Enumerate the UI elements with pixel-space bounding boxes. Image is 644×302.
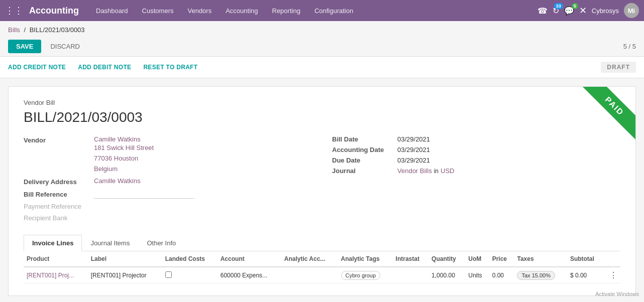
app-brand: Accounting (29, 6, 79, 16)
page-navigation: 5 / 5 (623, 43, 636, 50)
vendor-bill-document: PAID Vendor Bill BILL/2021/03/0003 Vendo… (8, 86, 636, 296)
menu-accounting[interactable]: Accounting (219, 0, 265, 21)
cell-price: 0.00 (489, 267, 514, 283)
paid-stamp-text: PAID (580, 87, 635, 141)
cell-uom: Units (465, 267, 489, 283)
breadcrumb-current: BILL/2021/03/0003 (30, 26, 85, 34)
username[interactable]: Cybrosys (592, 7, 619, 15)
col-taxes: Taxes (514, 251, 567, 267)
tab-journal-items[interactable]: Journal Items (82, 235, 138, 251)
top-navigation: ⋮⋮ Accounting Dashboard Customers Vendor… (0, 0, 644, 21)
tab-invoice-lines[interactable]: Invoice Lines (24, 235, 82, 251)
breadcrumb-parent[interactable]: Bills (8, 26, 20, 34)
recipient-bank-label: Recipient Bank (24, 213, 94, 222)
bill-date-value[interactable]: 03/29/2021 (397, 135, 430, 143)
accounting-date-value[interactable]: 03/29/2021 (397, 146, 430, 154)
document-type-label: Vendor Bill (24, 99, 620, 106)
cell-quantity: 1,000.00 (428, 267, 465, 283)
vendor-addr-2: 77036 Houston (94, 154, 154, 164)
payment-ref-row: Payment Reference (24, 202, 312, 210)
cell-subtotal: $ 0.00 (567, 267, 603, 283)
recipient-bank-row: Recipient Bank (24, 213, 312, 222)
add-debit-note-button[interactable]: ADD DEBIT NOTE (72, 61, 137, 74)
cell-intrastat (393, 267, 429, 283)
table-body: [RENT001] Proj... [RENT001] Projector 60… (24, 267, 620, 283)
grid-menu-icon[interactable]: ⋮⋮ (5, 5, 23, 16)
table-row: [RENT001] Proj... [RENT001] Projector 60… (24, 267, 620, 283)
bill-ref-row: Bill Reference (24, 190, 312, 199)
due-date-row: Due Date 03/29/2021 (332, 157, 620, 164)
draft-status-badge: DRAFT (601, 62, 636, 73)
delivery-label: Delivery Address (24, 177, 94, 186)
invoice-lines-table: Product Label Landed Costs Account Analy… (24, 251, 620, 283)
phone-icon[interactable]: ☎ (538, 6, 548, 16)
document-title: BILL/2021/03/0003 (24, 109, 620, 125)
menu-dashboard[interactable]: Dashboard (89, 0, 135, 21)
col-quantity: Quantity (428, 251, 465, 267)
vendor-info: Camille Watkins 181 Swick Hill Street 77… (94, 135, 154, 174)
landed-costs-checkbox[interactable] (165, 271, 172, 278)
activity-icon[interactable]: ↻ 33 (553, 6, 559, 16)
cell-taxes: Tax 15.00% (514, 267, 567, 283)
action-bar: SAVE DISCARD 5 / 5 (0, 37, 644, 56)
paid-stamp: PAID (575, 87, 635, 147)
due-date-value[interactable]: 03/29/2021 (397, 157, 430, 164)
avatar[interactable]: Mi (624, 3, 639, 18)
analytic-tag-badge[interactable]: Cybro group (341, 271, 381, 280)
journal-currency[interactable]: USD (441, 167, 454, 175)
delivery-name[interactable]: Camille Watkins (94, 177, 141, 185)
save-button[interactable]: SAVE (8, 40, 41, 53)
cell-landed-costs[interactable] (162, 267, 218, 283)
col-actions (603, 251, 620, 267)
breadcrumb-separator: / (24, 26, 27, 34)
journal-name[interactable]: Vendor Bills (397, 167, 432, 175)
chat-badge: 5 (572, 3, 578, 9)
col-subtotal: Subtotal (567, 251, 603, 267)
document-wrapper: PAID Vendor Bill BILL/2021/03/0003 Vendo… (0, 78, 644, 302)
windows-watermark: Activate Windows (595, 291, 639, 297)
invoice-lines-table-wrap: Product Label Landed Costs Account Analy… (24, 251, 620, 283)
activity-badge: 33 (554, 3, 563, 9)
bill-ref-label: Bill Reference (24, 190, 94, 198)
form-right: Bill Date 03/29/2021 Accounting Date 03/… (332, 135, 620, 225)
tax-badge[interactable]: Tax 15.00% (517, 271, 555, 280)
col-label: Label (88, 251, 162, 267)
chat-icon[interactable]: 💬 5 (564, 6, 574, 16)
journal-label: Journal (332, 167, 397, 175)
form-left: Vendor Camille Watkins 181 Swick Hill St… (24, 135, 312, 225)
col-analytic-tags: Analytic Tags (338, 251, 393, 267)
menu-vendors[interactable]: Vendors (180, 0, 219, 21)
bill-date-label: Bill Date (332, 135, 397, 143)
col-analytic-acc: Analytic Acc... (281, 251, 338, 267)
menu-reporting[interactable]: Reporting (265, 0, 307, 21)
journal-in-label: in (434, 168, 439, 175)
tab-other-info[interactable]: Other Info (138, 235, 184, 251)
row-actions-dots[interactable]: ⋮ (603, 267, 620, 283)
col-product: Product (24, 251, 88, 267)
cell-analytic-acc (281, 267, 338, 283)
col-landed-costs: Landed Costs (162, 251, 218, 267)
discard-button[interactable]: DISCARD (45, 40, 85, 53)
cell-account: 600000 Expens... (218, 267, 281, 283)
journal-row: Journal Vendor Bills in USD (332, 167, 620, 175)
add-credit-note-button[interactable]: ADD CREDIT NOTE (8, 61, 72, 74)
menu-configuration[interactable]: Configuration (307, 0, 360, 21)
cell-analytic-tags: Cybro group (338, 267, 393, 283)
due-date-label: Due Date (332, 157, 397, 164)
vendor-label: Vendor (24, 135, 94, 144)
document-form: Vendor Camille Watkins 181 Swick Hill St… (24, 135, 620, 225)
vendor-name[interactable]: Camille Watkins (94, 135, 154, 143)
bill-ref-input[interactable] (94, 190, 194, 199)
cell-label: [RENT001] Projector (88, 267, 162, 283)
menu-customers[interactable]: Customers (135, 0, 181, 21)
cell-product[interactable]: [RENT001] Proj... (24, 267, 88, 283)
col-account: Account (218, 251, 281, 267)
vendor-addr-1: 181 Swick Hill Street (94, 143, 154, 154)
reset-to-draft-button[interactable]: RESET TO DRAFT (137, 61, 203, 74)
accounting-date-row: Accounting Date 03/29/2021 (332, 146, 620, 154)
delivery-row: Delivery Address Camille Watkins (24, 177, 312, 186)
close-icon[interactable]: ✕ (579, 5, 587, 16)
col-intrastat: Intrastat (393, 251, 429, 267)
payment-ref-label: Payment Reference (24, 202, 94, 210)
col-price: Price (489, 251, 514, 267)
